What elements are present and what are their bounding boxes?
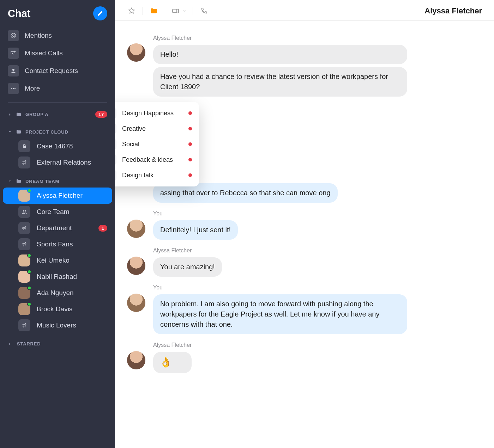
hash-icon (18, 238, 30, 250)
dm-kei-umeko[interactable]: Kei Umeko (0, 252, 115, 269)
unread-dot (188, 158, 192, 161)
conversation-title: Alyssa Fletcher (424, 6, 482, 16)
nav-label: More (25, 85, 40, 92)
channel-label: Kei Umeko (37, 257, 107, 264)
popover-label: Creative (122, 125, 183, 133)
channel-department[interactable]: Department 1 (0, 220, 115, 236)
hash-icon (115, 123, 116, 134)
channel-label: Case 14678 (37, 142, 107, 150)
channel-sports-fans[interactable]: Sports Fans (0, 236, 115, 252)
channel-external-relations[interactable]: External Relations (0, 154, 115, 171)
dm-ada-nguyen[interactable]: Ada Nguyen (0, 285, 115, 301)
folder-icon (16, 129, 22, 135)
toolbar-separator (165, 7, 165, 15)
message-bubble: 👌 (153, 352, 192, 373)
popover-item-design-happiness[interactable]: Design Happiness (115, 105, 199, 121)
folder-icon (16, 112, 22, 117)
popover-label: Design Happiness (122, 110, 183, 117)
dm-brock-davis[interactable]: Brock Davis (0, 301, 115, 317)
message-bubble: Definitely! I just sent it! (153, 220, 238, 240)
toolbar-separator (193, 7, 193, 15)
message-bubble: You are amazing! (153, 257, 222, 277)
sender-name: You (153, 284, 407, 291)
avatar (127, 43, 145, 62)
chevron-down-icon (182, 9, 186, 13)
popover-item-social[interactable]: Social (115, 136, 199, 152)
message-list[interactable]: Alyssa Fletcher Hello! Have you had a ch… (115, 21, 494, 448)
channel-label: Brock Davis (37, 305, 107, 313)
avatar (18, 190, 30, 202)
sidebar-header: Chat (0, 3, 115, 27)
popover-item-creative[interactable]: Creative (115, 121, 199, 136)
section-group-a[interactable]: GROUP A 17 (0, 108, 115, 121)
channel-label: Ada Nguyen (37, 289, 107, 297)
sidebar-title: Chat (8, 8, 30, 19)
message-bubble: Hello! (153, 45, 407, 64)
hash-icon (18, 222, 30, 234)
video-icon (171, 7, 180, 15)
star-button[interactable] (127, 6, 136, 16)
phone-icon (200, 7, 208, 15)
channel-core-team[interactable]: Core Team (0, 204, 115, 220)
popover-label: Social (122, 141, 183, 148)
avatar (18, 254, 30, 266)
section-label: PROJECT CLOUD (25, 129, 107, 135)
svg-rect-3 (173, 9, 177, 13)
section-label: DREAM TEAM (25, 179, 107, 184)
main-area: Alyssa Fletcher Alyssa Fletcher Hello! H… (115, 0, 494, 448)
avatar (18, 287, 30, 299)
avatar (18, 271, 30, 283)
channel-label: Core Team (37, 208, 107, 216)
dm-alyssa-fletcher[interactable]: Alyssa Fletcher (3, 188, 112, 204)
compose-button[interactable] (93, 6, 107, 20)
phone-call-button[interactable] (199, 6, 209, 16)
channel-label: Nabil Rashad (37, 273, 107, 281)
unread-badge: 17 (95, 111, 107, 118)
popover-item-feedback-ideas[interactable]: Feedback & ideas (115, 152, 199, 167)
hash-icon (18, 157, 30, 168)
channel-label: External Relations (37, 159, 107, 166)
nav-mentions[interactable]: Mentions (0, 27, 115, 44)
lock-icon (115, 108, 116, 118)
hash-icon (115, 170, 116, 180)
popover-item-design-talk[interactable]: Design talk (115, 167, 199, 183)
message-bubble: Have you had a chance to review the late… (153, 67, 407, 97)
sender-name: Alyssa Fletcher (153, 342, 192, 348)
nav-label: Mentions (25, 32, 52, 39)
nav-missed-calls[interactable]: Missed Calls (0, 44, 115, 62)
online-status-dot (27, 302, 31, 306)
avatar (127, 351, 145, 369)
message: Alyssa Fletcher 👌 (127, 342, 482, 373)
message: Alyssa Fletcher Hello! Have you had a ch… (127, 35, 482, 97)
section-dream-team[interactable]: DREAM TEAM (0, 175, 115, 188)
toolbar-separator (143, 7, 143, 15)
sender-name: Alyssa Fletcher (153, 247, 222, 254)
channel-music-lovers[interactable]: Music Lovers (0, 317, 115, 333)
popover-label: Feedback & ideas (122, 156, 183, 164)
section-project-cloud[interactable]: PROJECT CLOUD (0, 125, 115, 138)
channel-case-14678[interactable]: Case 14678 (0, 138, 115, 154)
sidebar: Chat Mentions Missed Calls Contact Reque… (0, 0, 115, 448)
nav-contact-requests[interactable]: Contact Requests (0, 62, 115, 80)
unread-dot (188, 127, 192, 130)
hash-icon (115, 139, 116, 149)
unread-dot (188, 173, 192, 177)
unread-badge: 1 (98, 225, 107, 232)
more-icon (8, 83, 19, 94)
nav-more[interactable]: More (0, 80, 115, 97)
move-to-folder-button[interactable] (149, 6, 158, 16)
avatar (127, 220, 145, 238)
dm-nabil-rashad[interactable]: Nabil Rashad (0, 269, 115, 285)
sender-name: You (153, 210, 238, 217)
compose-icon (97, 10, 103, 17)
svg-point-0 (11, 88, 12, 89)
video-call-button[interactable] (171, 7, 186, 15)
online-status-dot (27, 189, 31, 193)
section-label: GROUP A (25, 112, 92, 117)
nav-label: Missed Calls (25, 49, 63, 57)
message: Alyssa Fletcher You are amazing! (127, 247, 482, 277)
section-starred[interactable]: STARRED (0, 338, 115, 350)
svg-point-1 (13, 88, 14, 89)
hash-icon (115, 154, 116, 165)
at-icon (8, 30, 19, 41)
